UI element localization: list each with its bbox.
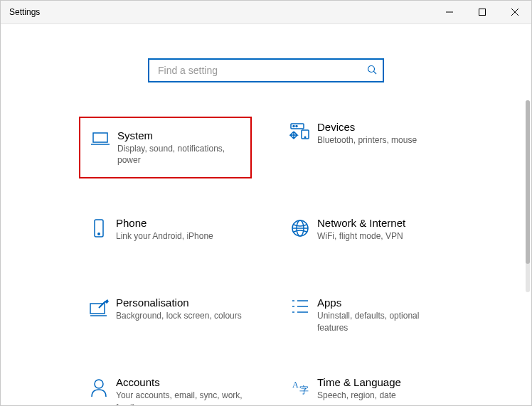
svg-point-9 [293,126,294,127]
phone-icon [82,217,116,240]
titlebar: Settings [1,1,531,24]
category-text: Network & Internet WiFi, flight mode, VP… [317,217,446,242]
category-time-language[interactable]: A字 Time & Language Speech, region, date [280,372,453,406]
category-phone[interactable]: Phone Link your Android, iPhone [79,213,252,258]
category-desc: Display, sound, notifications, power [117,143,243,166]
category-accounts[interactable]: Accounts Your accounts, email, sync, wor… [79,372,252,406]
category-text: Time & Language Speech, region, date [317,376,446,401]
svg-point-10 [296,126,297,127]
window-title: Settings [9,7,40,17]
maximize-button[interactable] [466,1,499,23]
close-icon [511,9,518,16]
category-text: Apps Uninstall, defaults, optional featu… [317,297,446,333]
category-grid: System Display, sound, notifications, po… [79,117,453,406]
category-text: Personalisation Background, lock screen,… [116,297,245,321]
search-area [1,58,531,82]
category-devices[interactable]: Devices Bluetooth, printers, mouse [280,117,453,178]
minimize-icon [446,9,453,16]
category-text: Devices Bluetooth, printers, mouse [317,121,446,146]
category-system[interactable]: System Display, sound, notifications, po… [79,117,252,178]
category-desc: WiFi, flight mode, VPN [317,230,446,242]
category-desc: Your accounts, email, sync, work, family [116,390,245,406]
svg-point-14 [98,233,100,235]
category-name: Time & Language [317,376,446,388]
category-name: Accounts [116,376,245,388]
scrollbar[interactable] [526,100,530,292]
svg-rect-1 [479,9,486,16]
category-name: Devices [317,121,446,133]
person-icon [82,376,116,397]
category-desc: Bluetooth, printers, mouse [317,134,446,146]
category-apps[interactable]: Apps Uninstall, defaults, optional featu… [280,292,453,338]
category-name: Apps [317,297,446,309]
category-name: Network & Internet [317,217,446,229]
category-text: Accounts Your accounts, email, sync, wor… [116,376,245,406]
category-name: System [117,129,243,141]
maximize-icon [479,9,486,16]
svg-text:A: A [292,380,299,390]
svg-point-12 [304,137,306,138]
minimize-button[interactable] [433,1,466,23]
search-box[interactable] [148,58,384,82]
category-name: Personalisation [116,297,245,309]
category-desc: Link your Android, iPhone [116,230,245,242]
apps-list-icon [283,297,317,315]
svg-line-5 [373,71,376,74]
category-text: Phone Link your Android, iPhone [116,217,245,242]
category-text: System Display, sound, notifications, po… [117,129,243,166]
category-desc: Speech, region, date [317,390,446,401]
language-icon: A字 [283,376,317,396]
category-desc: Background, lock screen, colours [116,310,245,321]
svg-point-4 [368,65,375,72]
scrollbar-thumb[interactable] [526,100,530,264]
category-network[interactable]: Network & Internet WiFi, flight mode, VP… [280,213,453,258]
search-icon [367,65,377,77]
globe-icon [283,217,317,238]
category-name: Phone [116,217,245,229]
category-desc: Uninstall, defaults, optional features [317,310,446,333]
search-input[interactable] [156,64,367,77]
devices-icon [283,121,317,141]
category-personalisation[interactable]: Personalisation Background, lock screen,… [79,292,252,338]
laptop-icon [83,129,117,148]
window-controls [433,1,531,23]
paint-icon [82,297,116,318]
close-button[interactable] [499,1,531,23]
svg-point-27 [95,380,103,388]
svg-text:字: 字 [299,385,309,395]
svg-rect-6 [93,133,107,142]
